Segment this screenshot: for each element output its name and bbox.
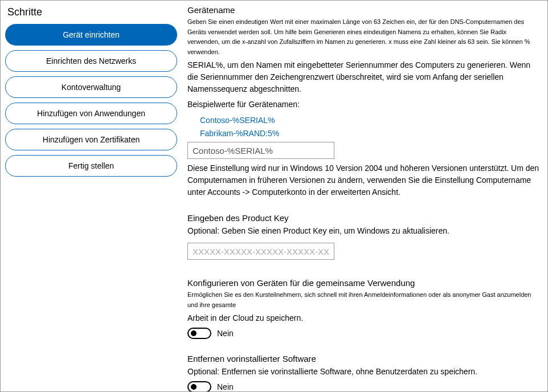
step-setup-network[interactable]: Einrichten des Netzwerks [5, 50, 177, 72]
device-name-desc: Geben Sie einen eindeutigen Wert mit ein… [187, 17, 539, 57]
shared-use-toggle-label: Nein [217, 329, 234, 338]
device-name-example-1: Contoso-%SERIAL% [200, 114, 539, 126]
device-name-post-note: Diese Einstellung wird nur in Windows 10… [187, 162, 539, 198]
shared-use-toggle[interactable] [187, 328, 211, 339]
remove-software-toggle-row: Nein [187, 381, 539, 391]
device-name-input[interactable] [187, 142, 334, 159]
step-finish[interactable]: Fertig stellen [5, 155, 177, 177]
remove-software-desc: Optional: Entfernen sie vorinstallierte … [187, 366, 539, 378]
toggle-knob-icon [191, 330, 197, 336]
device-name-title: Gerätename [187, 5, 539, 15]
remove-software-section: Entfernen vorinstallierter Software Opti… [187, 354, 539, 391]
product-key-input[interactable] [187, 243, 334, 260]
device-name-serial-note: SERIAL%, um den Namen mit eingebetteter … [187, 59, 539, 95]
device-name-example-2: Fabrikam-%RAND:5% [200, 127, 539, 140]
shared-use-title: Konfigurieren von Geräten für die gemein… [187, 278, 539, 288]
toggle-knob-icon [191, 384, 197, 390]
product-key-title: Eingeben des Product Key [187, 213, 539, 223]
sidebar: Schritte Gerät einrichten Einrichten des… [1, 1, 183, 391]
shared-use-toggle-row: Nein [187, 328, 539, 339]
product-key-section: Eingeben des Product Key Optional: Geben… [187, 213, 539, 263]
step-add-apps[interactable]: Hinzufügen von Anwendungen [5, 103, 177, 124]
shared-use-desc: Ermöglichen Sie es den Kursteilnehmern, … [187, 290, 539, 310]
remove-software-toggle-label: Nein [217, 382, 234, 391]
remove-software-title: Entfernen vorinstallierter Software [187, 354, 539, 364]
device-name-section: Gerätename Geben Sie einen eindeutigen W… [187, 5, 539, 198]
step-add-certs[interactable]: Hinzufügen von Zertifikaten [5, 129, 177, 150]
remove-software-toggle[interactable] [187, 381, 211, 391]
step-account-mgmt[interactable]: Kontoverwaltung [5, 76, 177, 98]
product-key-desc: Optional: Geben Sie einen Product Key ei… [187, 225, 539, 237]
main-content: Gerätename Geben Sie einen eindeutigen W… [183, 1, 547, 391]
shared-use-desc2: Arbeit in der Cloud zu speichern. [187, 312, 539, 324]
shared-use-section: Konfigurieren von Geräten für die gemein… [187, 278, 539, 339]
device-name-examples-label: Beispielwerte für Gerätenamen: [187, 99, 539, 111]
sidebar-title: Schritte [5, 6, 177, 18]
step-setup-device[interactable]: Gerät einrichten [5, 24, 177, 46]
